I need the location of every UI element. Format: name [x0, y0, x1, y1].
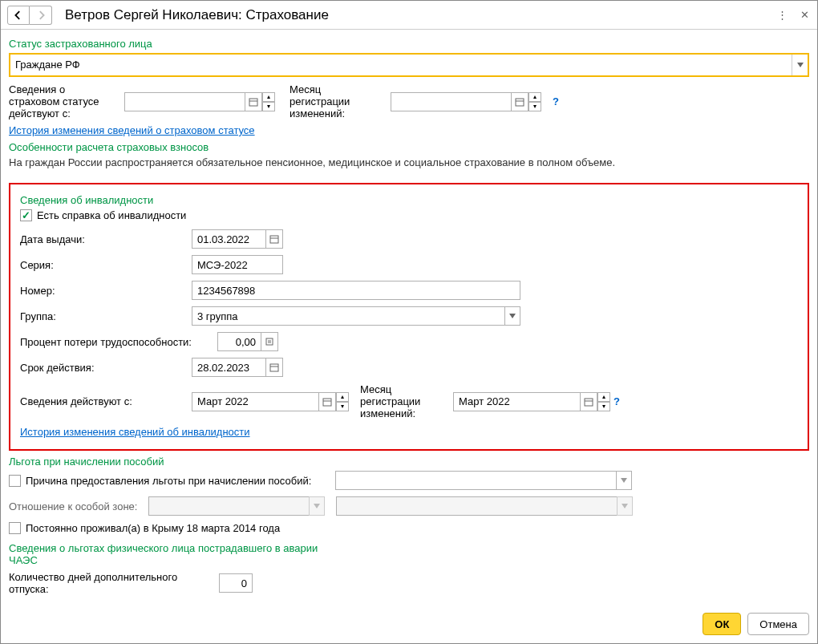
status-month-calendar-icon[interactable]	[511, 92, 528, 111]
status-month-up[interactable]: ▴	[528, 92, 541, 102]
status-history-link[interactable]: История изменения сведений о страховом с…	[9, 124, 255, 136]
group-label: Группа:	[20, 310, 192, 322]
valid-until-label: Срок действия:	[20, 362, 192, 374]
reg-month-label: Месяц регистрации изменений:	[360, 383, 453, 419]
group-input[interactable]	[192, 306, 504, 326]
features-text: На граждан России распространяется обяза…	[9, 156, 809, 168]
status-from-label: Сведения о страховом статусе действуют с…	[9, 83, 116, 119]
disability-section: Сведения об инвалидности Есть справка об…	[9, 183, 809, 451]
benefit-label: Льгота при начислении пособий	[9, 456, 809, 468]
svg-rect-2	[516, 99, 524, 106]
effective-from-down[interactable]: ▾	[336, 402, 349, 411]
issue-date-input[interactable]	[192, 229, 265, 249]
valid-until-calendar-icon[interactable]	[265, 358, 283, 377]
effective-from-input[interactable]	[192, 392, 318, 411]
disability-history-link[interactable]: История изменения сведений об инвалиднос…	[20, 426, 250, 438]
issue-date-label: Дата выдачи:	[20, 233, 192, 245]
help-icon-2[interactable]: ?	[614, 395, 620, 407]
status-input[interactable]	[10, 55, 792, 74]
reg-month-down[interactable]: ▾	[597, 402, 610, 411]
svg-rect-4	[270, 236, 278, 243]
group-dropdown-button[interactable]	[504, 306, 520, 326]
crimea-label: Постоянно проживал(а) в Крыму 18 марта 2…	[26, 522, 280, 534]
reason-dropdown-button[interactable]	[616, 471, 632, 490]
button-bar: ОК Отмена	[703, 613, 809, 635]
status-from-input[interactable]	[124, 92, 245, 111]
zone-dropdown-button	[309, 496, 325, 516]
reg-month-calendar-icon[interactable]	[580, 392, 597, 411]
ok-button[interactable]: ОК	[703, 613, 741, 635]
valid-until-input[interactable]	[192, 358, 265, 377]
reason-label: Причина предоставления льготы при начисл…	[26, 475, 335, 487]
back-button[interactable]	[7, 6, 30, 25]
zone-label: Отношение к особой зоне:	[9, 500, 148, 512]
number-input[interactable]	[192, 281, 520, 300]
status-month-label: Месяц регистрации изменений:	[290, 83, 383, 119]
help-icon[interactable]: ?	[553, 95, 559, 107]
more-icon[interactable]: ⋮	[775, 9, 788, 22]
days-label: Количество дней дополнительного отпуска:	[9, 571, 219, 595]
status-month-input[interactable]	[391, 92, 511, 111]
effective-from-up[interactable]: ▴	[336, 392, 349, 402]
reason-checkbox[interactable]	[9, 475, 21, 487]
svg-rect-13	[585, 399, 593, 406]
number-label: Номер:	[20, 285, 192, 297]
status-from-up[interactable]: ▴	[262, 92, 275, 102]
status-dropdown-button[interactable]	[792, 55, 808, 75]
status-from-down[interactable]: ▾	[262, 102, 275, 111]
svg-rect-11	[323, 399, 331, 406]
has-cert-label: Есть справка об инвалидности	[37, 209, 186, 221]
cancel-button[interactable]: Отмена	[747, 613, 809, 635]
zone-dropdown-button-2	[617, 496, 633, 516]
status-month-down[interactable]: ▾	[528, 102, 541, 111]
disability-label: Сведения об инвалидности	[20, 194, 798, 206]
close-icon[interactable]: ✕	[798, 9, 811, 22]
reg-month-up[interactable]: ▴	[597, 392, 610, 402]
chaes-label: Сведения о льготах физического лица пост…	[9, 542, 330, 566]
issue-date-calendar-icon[interactable]	[265, 229, 283, 249]
percent-input[interactable]	[217, 332, 261, 351]
effective-from-calendar-icon[interactable]	[318, 392, 336, 411]
zone-input-2	[336, 496, 617, 516]
percent-calc-icon[interactable]	[261, 332, 278, 351]
status-from-calendar-icon[interactable]	[245, 92, 262, 111]
zone-input	[148, 496, 309, 516]
forward-button[interactable]	[30, 6, 52, 25]
percent-label: Процент потери трудоспособности:	[20, 336, 217, 348]
series-label: Серия:	[20, 259, 192, 271]
crimea-checkbox[interactable]	[9, 522, 21, 534]
effective-from-label: Сведения действуют с:	[20, 395, 192, 407]
status-combo[interactable]	[9, 53, 809, 77]
svg-rect-0	[249, 99, 257, 106]
series-input[interactable]	[192, 255, 283, 274]
has-cert-checkbox[interactable]	[20, 209, 32, 221]
window-header: Ветров Сергей Николаевич: Страхование ⋮ …	[1, 1, 817, 30]
reason-input[interactable]	[335, 471, 616, 490]
window-title: Ветров Сергей Николаевич: Страхование	[65, 7, 775, 23]
reg-month-input[interactable]	[453, 392, 580, 411]
svg-rect-9	[270, 364, 278, 371]
days-input[interactable]	[219, 573, 253, 593]
features-label: Особенности расчета страховых взносов	[9, 141, 809, 153]
svg-rect-6	[266, 338, 273, 345]
status-section-label: Статус застрахованного лица	[9, 38, 809, 50]
